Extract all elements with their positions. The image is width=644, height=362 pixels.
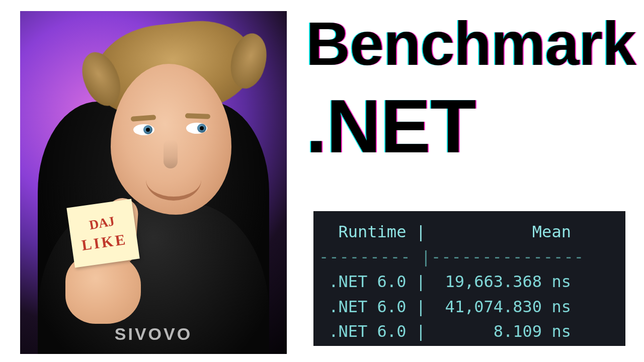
shirt-brand-text: SIVOVO [115,324,192,344]
table-row: .NET 6.0 | 8.109 ns [319,322,571,341]
sticky-note-line1: DAJ [88,214,116,233]
thumbs-up: DAJ LIKE [55,208,151,324]
eye-right [186,123,207,134]
presenter-photo: SIVOVO DAJ LIKE [20,11,287,354]
benchmark-table: Runtime | Mean --------- |--------------… [319,220,620,344]
sticky-note: DAJ LIKE [66,199,139,268]
table-row: .NET 6.0 | 19,663.368 ns [319,272,571,291]
table-separator: --------- |--------------- [319,247,584,266]
brow-right [185,113,210,119]
sticky-note-line2: LIKE [80,231,128,254]
title-line2: .NET [306,88,628,164]
benchmark-table-panel: Runtime | Mean --------- |--------------… [313,211,625,346]
nose-shape [164,139,178,168]
thumbnail-title: Benchmark .NET [306,13,628,164]
title-line1: Benchmark [306,13,628,74]
eye-left [133,124,154,135]
table-header: Runtime | Mean [319,222,571,241]
table-row: .NET 6.0 | 41,074.830 ns [319,297,571,316]
